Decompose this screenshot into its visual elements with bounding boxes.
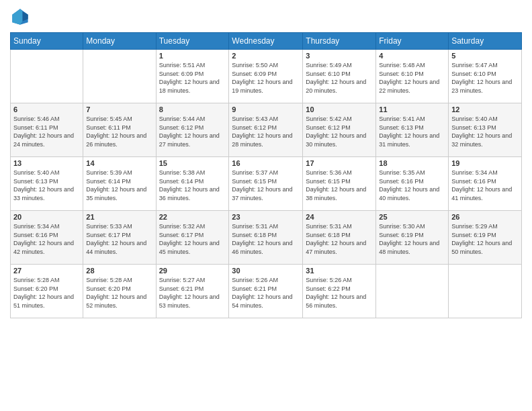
day-info: Sunrise: 5:36 AM Sunset: 6:15 PM Dayligh… <box>306 169 373 202</box>
calendar-cell: 25Sunrise: 5:30 AM Sunset: 6:19 PM Dayli… <box>376 211 449 265</box>
day-info: Sunrise: 5:31 AM Sunset: 6:18 PM Dayligh… <box>306 222 373 256</box>
day-number: 8 <box>159 105 226 113</box>
calendar-cell: 9Sunrise: 5:43 AM Sunset: 6:12 PM Daylig… <box>229 103 303 157</box>
day-number: 3 <box>306 52 373 60</box>
calendar-cell: 13Sunrise: 5:40 AM Sunset: 6:13 PM Dayli… <box>11 157 83 211</box>
day-number: 9 <box>232 105 300 113</box>
calendar-cell: 28Sunrise: 5:28 AM Sunset: 6:20 PM Dayli… <box>83 265 156 318</box>
calendar-week-row: 1Sunrise: 5:51 AM Sunset: 6:09 PM Daylig… <box>11 50 522 103</box>
day-info: Sunrise: 5:48 AM Sunset: 6:10 PM Dayligh… <box>379 61 445 95</box>
calendar-cell: 2Sunrise: 5:50 AM Sunset: 6:09 PM Daylig… <box>229 50 303 103</box>
calendar-cell: 5Sunrise: 5:47 AM Sunset: 6:10 PM Daylig… <box>449 50 522 103</box>
calendar-cell: 4Sunrise: 5:48 AM Sunset: 6:10 PM Daylig… <box>376 50 449 103</box>
day-number: 2 <box>232 52 300 60</box>
day-number: 30 <box>232 267 300 275</box>
weekday-header: Friday <box>376 33 449 50</box>
calendar-cell: 26Sunrise: 5:29 AM Sunset: 6:19 PM Dayli… <box>449 211 522 265</box>
day-info: Sunrise: 5:34 AM Sunset: 6:16 PM Dayligh… <box>13 222 80 256</box>
header <box>10 7 522 27</box>
day-info: Sunrise: 5:46 AM Sunset: 6:11 PM Dayligh… <box>13 115 80 148</box>
weekday-header: Sunday <box>11 33 83 50</box>
day-info: Sunrise: 5:49 AM Sunset: 6:10 PM Dayligh… <box>306 61 373 95</box>
day-number: 24 <box>306 213 373 221</box>
calendar-cell <box>376 265 449 318</box>
calendar-cell: 31Sunrise: 5:26 AM Sunset: 6:22 PM Dayli… <box>303 265 376 318</box>
day-number: 6 <box>13 105 80 113</box>
calendar-cell: 11Sunrise: 5:41 AM Sunset: 6:13 PM Dayli… <box>376 103 449 157</box>
day-number: 4 <box>379 52 445 60</box>
day-number: 18 <box>379 159 445 167</box>
day-number: 19 <box>451 159 519 167</box>
calendar-cell: 12Sunrise: 5:40 AM Sunset: 6:13 PM Dayli… <box>449 103 522 157</box>
day-info: Sunrise: 5:51 AM Sunset: 6:09 PM Dayligh… <box>159 61 226 95</box>
day-info: Sunrise: 5:47 AM Sunset: 6:10 PM Dayligh… <box>451 61 519 95</box>
calendar-cell: 15Sunrise: 5:38 AM Sunset: 6:14 PM Dayli… <box>156 157 229 211</box>
calendar-cell: 8Sunrise: 5:44 AM Sunset: 6:12 PM Daylig… <box>156 103 229 157</box>
day-number: 5 <box>451 52 519 60</box>
weekday-header: Tuesday <box>156 33 229 50</box>
calendar-cell <box>83 50 156 103</box>
calendar-week-row: 27Sunrise: 5:28 AM Sunset: 6:20 PM Dayli… <box>11 265 522 318</box>
day-number: 20 <box>13 213 80 221</box>
day-info: Sunrise: 5:40 AM Sunset: 6:13 PM Dayligh… <box>13 169 80 202</box>
day-info: Sunrise: 5:30 AM Sunset: 6:19 PM Dayligh… <box>379 222 445 256</box>
day-info: Sunrise: 5:26 AM Sunset: 6:22 PM Dayligh… <box>306 276 373 310</box>
day-number: 14 <box>86 159 152 167</box>
weekday-header: Monday <box>83 33 156 50</box>
calendar-cell <box>449 265 522 318</box>
calendar-header-row: SundayMondayTuesdayWednesdayThursdayFrid… <box>11 33 522 50</box>
day-info: Sunrise: 5:41 AM Sunset: 6:13 PM Dayligh… <box>379 115 445 148</box>
calendar-cell: 20Sunrise: 5:34 AM Sunset: 6:16 PM Dayli… <box>11 211 83 265</box>
calendar-cell: 7Sunrise: 5:45 AM Sunset: 6:11 PM Daylig… <box>83 103 156 157</box>
day-number: 7 <box>86 105 152 113</box>
day-info: Sunrise: 5:29 AM Sunset: 6:19 PM Dayligh… <box>451 222 519 256</box>
weekday-header: Thursday <box>303 33 376 50</box>
day-info: Sunrise: 5:50 AM Sunset: 6:09 PM Dayligh… <box>232 61 300 95</box>
day-info: Sunrise: 5:33 AM Sunset: 6:17 PM Dayligh… <box>86 222 152 256</box>
day-number: 23 <box>232 213 300 221</box>
day-info: Sunrise: 5:43 AM Sunset: 6:12 PM Dayligh… <box>232 115 300 148</box>
weekday-header: Wednesday <box>229 33 303 50</box>
calendar-cell: 14Sunrise: 5:39 AM Sunset: 6:14 PM Dayli… <box>83 157 156 211</box>
calendar-cell: 27Sunrise: 5:28 AM Sunset: 6:20 PM Dayli… <box>11 265 83 318</box>
weekday-header: Saturday <box>449 33 522 50</box>
calendar-week-row: 20Sunrise: 5:34 AM Sunset: 6:16 PM Dayli… <box>11 211 522 265</box>
day-number: 10 <box>306 105 373 113</box>
day-info: Sunrise: 5:35 AM Sunset: 6:16 PM Dayligh… <box>379 169 445 202</box>
calendar-cell: 17Sunrise: 5:36 AM Sunset: 6:15 PM Dayli… <box>303 157 376 211</box>
day-info: Sunrise: 5:45 AM Sunset: 6:11 PM Dayligh… <box>86 115 152 148</box>
calendar-cell: 3Sunrise: 5:49 AM Sunset: 6:10 PM Daylig… <box>303 50 376 103</box>
day-number: 1 <box>159 52 226 60</box>
day-number: 26 <box>451 213 519 221</box>
day-number: 25 <box>379 213 445 221</box>
svg-marker-2 <box>12 9 22 24</box>
calendar-cell: 30Sunrise: 5:26 AM Sunset: 6:21 PM Dayli… <box>229 265 303 318</box>
day-number: 15 <box>159 159 226 167</box>
logo-icon <box>10 7 30 27</box>
day-info: Sunrise: 5:27 AM Sunset: 6:21 PM Dayligh… <box>159 276 226 310</box>
calendar-cell: 21Sunrise: 5:33 AM Sunset: 6:17 PM Dayli… <box>83 211 156 265</box>
calendar-cell: 29Sunrise: 5:27 AM Sunset: 6:21 PM Dayli… <box>156 265 229 318</box>
day-number: 17 <box>306 159 373 167</box>
calendar-cell <box>11 50 83 103</box>
day-number: 21 <box>86 213 152 221</box>
day-number: 31 <box>306 267 373 275</box>
calendar-week-row: 13Sunrise: 5:40 AM Sunset: 6:13 PM Dayli… <box>11 157 522 211</box>
calendar-cell: 23Sunrise: 5:31 AM Sunset: 6:18 PM Dayli… <box>229 211 303 265</box>
day-number: 13 <box>13 159 80 167</box>
calendar-week-row: 6Sunrise: 5:46 AM Sunset: 6:11 PM Daylig… <box>11 103 522 157</box>
calendar: SundayMondayTuesdayWednesdayThursdayFrid… <box>10 32 522 318</box>
day-info: Sunrise: 5:38 AM Sunset: 6:14 PM Dayligh… <box>159 169 226 202</box>
day-number: 28 <box>86 267 152 275</box>
calendar-cell: 6Sunrise: 5:46 AM Sunset: 6:11 PM Daylig… <box>11 103 83 157</box>
day-number: 16 <box>232 159 300 167</box>
calendar-cell: 16Sunrise: 5:37 AM Sunset: 6:15 PM Dayli… <box>229 157 303 211</box>
day-info: Sunrise: 5:39 AM Sunset: 6:14 PM Dayligh… <box>86 169 152 202</box>
day-info: Sunrise: 5:32 AM Sunset: 6:17 PM Dayligh… <box>159 222 226 256</box>
day-number: 12 <box>451 105 519 113</box>
calendar-cell: 10Sunrise: 5:42 AM Sunset: 6:12 PM Dayli… <box>303 103 376 157</box>
day-info: Sunrise: 5:28 AM Sunset: 6:20 PM Dayligh… <box>86 276 152 310</box>
calendar-cell: 19Sunrise: 5:34 AM Sunset: 6:16 PM Dayli… <box>449 157 522 211</box>
day-number: 11 <box>379 105 445 113</box>
calendar-cell: 1Sunrise: 5:51 AM Sunset: 6:09 PM Daylig… <box>156 50 229 103</box>
